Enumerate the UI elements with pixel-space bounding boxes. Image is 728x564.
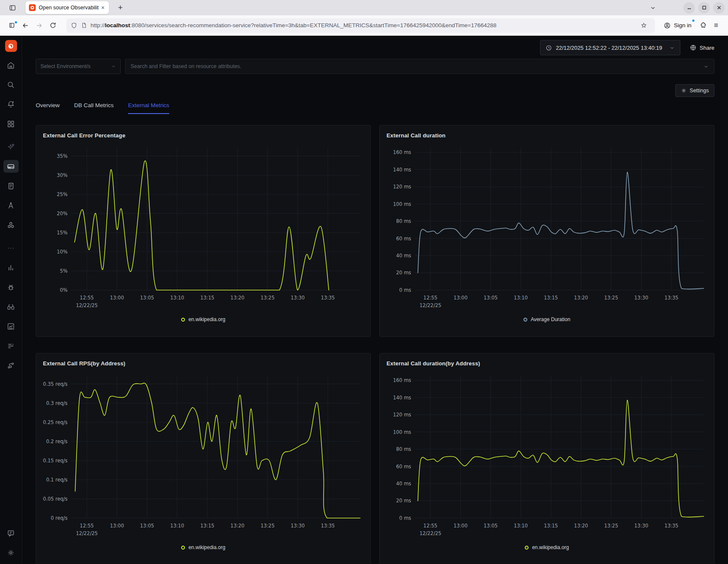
page-info-icon[interactable] — [81, 22, 87, 28]
sidebar-item-service-map[interactable] — [3, 199, 19, 212]
filter-chevron-down-icon[interactable] — [703, 64, 709, 69]
svg-text:20%: 20% — [57, 211, 68, 216]
svg-text:13:25: 13:25 — [604, 295, 618, 301]
sidebar-item-exceptions[interactable] — [3, 281, 19, 293]
environment-select[interactable]: Select Environment/s — [36, 59, 121, 74]
sidebar-item-home[interactable] — [3, 59, 19, 71]
list-lines-icon — [7, 342, 15, 350]
sidebar-item-pipelines[interactable] — [3, 359, 19, 372]
list-tabs-chevron-icon[interactable] — [650, 5, 656, 11]
back-arrow-icon — [22, 22, 29, 29]
svg-text:10%: 10% — [57, 249, 68, 255]
sidebar-item-alerts[interactable] — [3, 98, 19, 111]
legend-label: en.wikipedia.org — [188, 544, 225, 550]
duration-by-address-chart[interactable]: 12:5513:0013:0513:1013:1513:2013:2513:30… — [387, 370, 707, 540]
svg-text:13:05: 13:05 — [483, 295, 498, 301]
sidebar-item-integrations[interactable] — [3, 219, 19, 231]
sidebar-item-search[interactable] — [3, 78, 19, 91]
time-range-picker[interactable]: 22/12/2025 12:52:22 - 22/12/2025 13:40:1… — [540, 40, 680, 55]
url-text: http://localhost:8080/services/search-re… — [91, 22, 638, 28]
new-tab-button[interactable]: + — [115, 3, 126, 12]
share-label: Share — [700, 45, 714, 51]
pipeline-flow-icon — [7, 362, 15, 370]
svg-text:0.2 req/s: 0.2 req/s — [46, 439, 67, 444]
signin-button[interactable]: Sign in — [659, 19, 696, 32]
app-sidebar — [0, 36, 22, 564]
tab-overview[interactable]: Overview — [36, 102, 60, 114]
brand-logo[interactable] — [5, 40, 17, 52]
sidebar-item-explorer[interactable] — [3, 300, 19, 313]
error-percentage-chart[interactable]: 12:5513:0013:0513:1013:1513:2013:2513:30… — [43, 142, 364, 312]
svg-text:0.15 req/s: 0.15 req/s — [43, 458, 68, 464]
svg-text:80 ms: 80 ms — [396, 218, 411, 224]
settings-gear-icon — [681, 88, 687, 94]
window-minimize-button[interactable] — [683, 2, 695, 14]
rps-by-address-chart[interactable]: 12:5513:0013:0513:1013:1513:2013:2513:30… — [43, 370, 364, 540]
bookmark-star-icon[interactable] — [640, 22, 647, 29]
svg-text:12:55: 12:55 — [80, 523, 94, 529]
svg-text:13:05: 13:05 — [140, 523, 154, 529]
sidebar-item-dashboards[interactable] — [3, 117, 19, 130]
sidebar-item-services[interactable] — [3, 160, 19, 173]
call-duration-chart[interactable]: 12:5513:0013:0513:1013:1513:2013:2513:30… — [387, 142, 707, 312]
dashboards-grid-icon — [7, 120, 15, 128]
tab-close-icon[interactable]: × — [100, 4, 105, 11]
tab-db-call-metrics[interactable]: DB Call Metrics — [74, 102, 114, 114]
forward-button[interactable] — [32, 19, 46, 32]
firefox-view-icon — [9, 4, 16, 11]
firefox-view-button[interactable] — [6, 2, 19, 13]
chart-legend[interactable]: Average Duration — [387, 316, 707, 322]
svg-text:13:30: 13:30 — [634, 523, 648, 529]
svg-text:0 req/s: 0 req/s — [51, 515, 68, 521]
chart-legend[interactable]: en.wikipedia.org — [43, 316, 364, 322]
svg-text:0.35 req/s: 0.35 req/s — [43, 381, 68, 387]
svg-text:13:00: 13:00 — [453, 295, 467, 301]
chart-legend[interactable]: en.wikipedia.org — [43, 544, 364, 550]
app-menu-button[interactable]: ≡ — [709, 19, 723, 32]
svg-text:20 ms: 20 ms — [396, 270, 411, 276]
browser-tab[interactable]: Open source Observabilit × — [26, 1, 109, 14]
resource-filter-input[interactable] — [131, 63, 700, 69]
filter-row: Select Environment/s — [36, 59, 714, 74]
svg-text:13:00: 13:00 — [453, 523, 467, 529]
sidebar-item-traces[interactable] — [3, 179, 19, 192]
svg-text:0.25 req/s: 0.25 req/s — [43, 419, 68, 425]
window-close-button[interactable] — [713, 2, 725, 14]
tab-external-metrics[interactable]: External Metrics — [128, 102, 169, 114]
window-maximize-button[interactable] — [698, 2, 710, 14]
gear-icon — [7, 549, 15, 557]
reload-icon — [49, 22, 57, 29]
chart-legend[interactable]: en.wikipedia.org — [387, 544, 707, 550]
sidebar-item-charts[interactable] — [3, 320, 19, 333]
sidebar-toggle-button[interactable] — [5, 19, 19, 32]
sidebar-item-metrics[interactable] — [3, 261, 19, 274]
svg-text:13:00: 13:00 — [110, 295, 124, 301]
url-bar[interactable]: http://localhost:8080/services/search-re… — [66, 18, 655, 33]
svg-text:100 ms: 100 ms — [393, 201, 411, 207]
tracking-shield-icon[interactable] — [71, 22, 77, 29]
back-button[interactable] — [19, 19, 32, 32]
svg-text:120 ms: 120 ms — [393, 412, 411, 418]
svg-text:140 ms: 140 ms — [393, 395, 411, 401]
svg-text:13:20: 13:20 — [230, 523, 245, 529]
svg-text:25%: 25% — [57, 191, 68, 197]
svg-text:13:20: 13:20 — [574, 523, 588, 529]
svg-text:12:55: 12:55 — [424, 295, 438, 301]
extensions-button[interactable] — [696, 19, 709, 32]
share-button[interactable]: Share — [690, 44, 714, 51]
home-icon — [7, 61, 15, 69]
sidebar-item-ai-assistant[interactable] — [3, 140, 19, 153]
settings-button[interactable]: Settings — [675, 84, 714, 97]
svg-text:0.3 req/s: 0.3 req/s — [46, 400, 67, 406]
sidebar-item-support-chat[interactable] — [3, 527, 19, 539]
settings-row: Settings — [36, 84, 714, 97]
panel-title: External Call RPS(by Address) — [43, 360, 364, 367]
sidebar-item-settings[interactable] — [3, 546, 19, 559]
resource-filter-bar[interactable] — [125, 59, 714, 74]
svg-text:13:35: 13:35 — [664, 523, 678, 529]
reload-button[interactable] — [46, 19, 60, 32]
sidebar-item-more[interactable] — [3, 242, 19, 254]
binoculars-icon — [7, 303, 15, 311]
sidebar-item-logs[interactable] — [3, 339, 19, 352]
signin-label: Sign in — [674, 22, 691, 28]
